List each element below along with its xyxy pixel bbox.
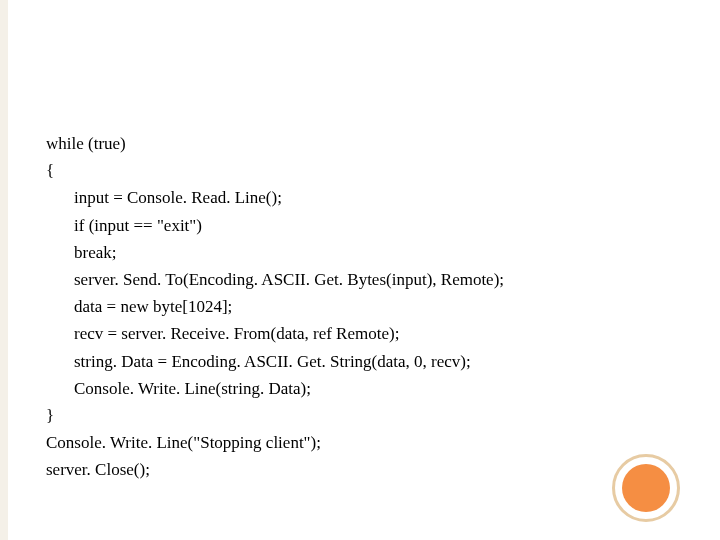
corner-ornament-icon: [612, 454, 680, 522]
code-line: {: [46, 157, 504, 184]
code-line: server. Close();: [46, 456, 504, 483]
code-line: break;: [74, 239, 504, 266]
code-line: while (true): [46, 130, 504, 157]
code-line: data = new byte[1024];: [74, 293, 504, 320]
code-line: server. Send. To(Encoding. ASCII. Get. B…: [74, 266, 504, 293]
code-line: if (input == "exit"): [74, 212, 504, 239]
code-line: Console. Write. Line(string. Data);: [74, 375, 504, 402]
ornament-dot: [622, 464, 670, 512]
code-line: string. Data = Encoding. ASCII. Get. Str…: [74, 348, 504, 375]
code-line: input = Console. Read. Line();: [74, 184, 504, 211]
code-line: recv = server. Receive. From(data, ref R…: [74, 320, 504, 347]
code-block: while (true) { input = Console. Read. Li…: [46, 130, 504, 483]
slide: while (true) { input = Console. Read. Li…: [0, 0, 720, 540]
left-accent-bar: [0, 0, 8, 540]
code-line: Console. Write. Line("Stopping client");: [46, 429, 504, 456]
code-line: }: [46, 402, 504, 429]
